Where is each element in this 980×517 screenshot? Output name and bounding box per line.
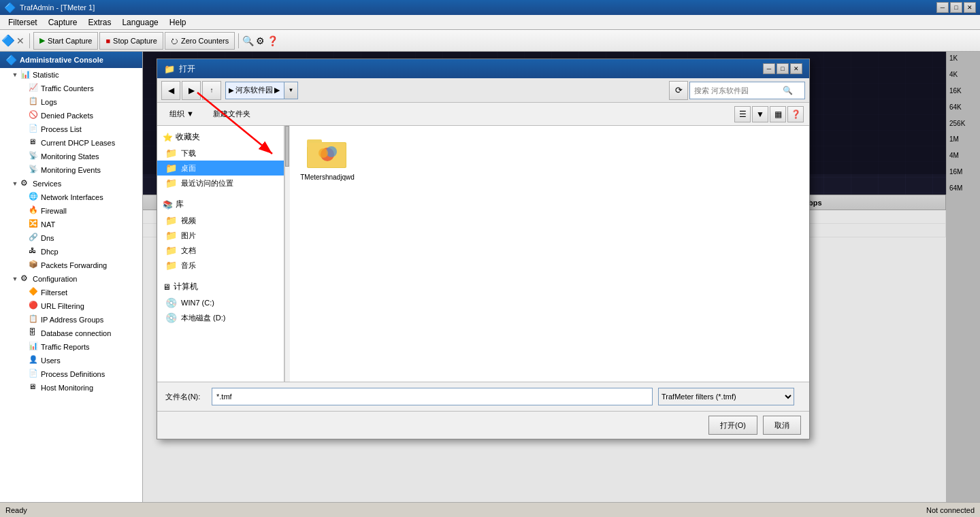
dialog-minimize-btn[interactable]: ─	[763, 63, 775, 74]
view-list-btn[interactable]: ☰	[734, 106, 751, 122]
sidebar-item-database-connection[interactable]: 🗄 Database connection	[0, 327, 142, 340]
scrollbar-thumb[interactable]	[285, 126, 289, 167]
menu-filterset[interactable]: Filterset	[3, 16, 43, 29]
menu-capture[interactable]: Capture	[43, 16, 83, 29]
computer-header[interactable]: 🖥 计算机	[157, 278, 284, 295]
close-btn[interactable]: ✕	[964, 2, 976, 13]
zero-counters-btn[interactable]: ⭮ Zero Counters	[165, 32, 235, 50]
sidebar-item-music[interactable]: 📁 音乐	[157, 258, 284, 273]
menu-help[interactable]: Help	[164, 16, 192, 29]
sidebar-item-monitoring-states[interactable]: 📡 Monitoring States	[0, 150, 142, 163]
sidebar-item-traffic-reports[interactable]: 📊 Traffic Reports	[0, 340, 142, 354]
computer-icon: 🖥	[163, 282, 171, 292]
forward-btn[interactable]: ▶	[182, 81, 201, 100]
sidebar-item-url-filtering[interactable]: 🔴 URL Filtering	[0, 299, 142, 313]
sidebar-item-pictures[interactable]: 📁 图片	[157, 228, 284, 243]
organize-btn[interactable]: 组织 ▼	[163, 107, 201, 121]
ip-groups-icon: 📋	[29, 314, 39, 325]
sidebar-item-configuration[interactable]: ▼ ⚙ Configuration	[0, 272, 142, 286]
sidebar-item-nat[interactable]: 🔀 NAT	[0, 218, 142, 231]
favorites-label: 收藏夹	[176, 131, 200, 143]
help-icon[interactable]: ❓	[267, 35, 278, 46]
nat-icon: 🔀	[29, 219, 39, 230]
sep1	[29, 33, 30, 48]
menu-extras[interactable]: Extras	[82, 16, 116, 29]
dhcp-icon: 🖧	[29, 246, 39, 257]
start-capture-btn[interactable]: ▶ Start Capture	[33, 32, 98, 50]
sidebar-item-local-disk-d[interactable]: 💿 本地磁盘 (D:)	[157, 310, 284, 325]
sidebar-item-video[interactable]: 📁 视频	[157, 213, 284, 228]
sidebar-item-network-interfaces[interactable]: 🌐 Network Interfaces	[0, 190, 142, 204]
sidebar-item-dhcp-leases[interactable]: 🖥 Current DHCP Leases	[0, 136, 142, 150]
folder-icon: 📁	[165, 178, 177, 188]
sidebar-item-win7c[interactable]: 💿 WIN7 (C:)	[157, 295, 284, 310]
content-area: www.p359.cn 32K Sent 1K 4K 16K 64K 256K …	[143, 52, 980, 502]
sidebar-item-host-monitoring[interactable]: 🖥 Host Monitoring	[0, 381, 142, 395]
sidebar-item-firewall[interactable]: 🔥 Firewall	[0, 204, 142, 218]
stop-icon: ■	[105, 37, 110, 45]
left-panel-scrollbar[interactable]	[284, 126, 290, 382]
view-help-btn[interactable]: ❓	[787, 106, 804, 122]
toolbar: 🔷 ✕ ▶ Start Capture ■ Stop Capture ⭮ Zer…	[0, 30, 980, 52]
minimize-btn[interactable]: ─	[936, 2, 949, 13]
search-input[interactable]	[694, 86, 783, 95]
open-btn[interactable]: 打开(O)	[708, 416, 757, 435]
new-folder-btn[interactable]: 新建文件夹	[206, 107, 257, 121]
sidebar-header: 🔷 Administrative Console	[0, 52, 142, 68]
sidebar-item-denied-packets[interactable]: 🚫 Denied Packets	[0, 109, 142, 122]
sidebar-item-services[interactable]: ▼ ⚙ Services	[0, 177, 142, 190]
filename-input[interactable]	[212, 388, 653, 405]
view-icon[interactable]: 🔍	[242, 35, 253, 46]
sidebar-item-traffic-counters[interactable]: 📈 Traffic Counters	[0, 82, 142, 95]
view-dropdown-btn[interactable]: ▼	[752, 106, 768, 122]
configuration-icon: ⚙	[20, 273, 31, 284]
favorites-header[interactable]: ⭐ 收藏夹	[157, 129, 284, 146]
sidebar-item-users[interactable]: 👤 Users	[0, 354, 142, 367]
sidebar-item-desktop[interactable]: 📁 桌面	[157, 161, 284, 176]
sidebar-item-logs[interactable]: 📋 Logs	[0, 95, 142, 109]
sidebar-item-filterset[interactable]: 🔶 Filterset	[0, 286, 142, 299]
maximize-btn[interactable]: □	[950, 2, 962, 13]
cancel-btn[interactable]: 取消	[763, 416, 801, 435]
sidebar-item-process-definitions[interactable]: 📄 Process Definitions	[0, 367, 142, 381]
sidebar-item-dhcp[interactable]: 🖧 Dhcp	[0, 245, 142, 258]
back-btn[interactable]: ◀	[161, 81, 180, 100]
title-bar: 🔷 TrafAdmin - [TMeter 1] ─ □ ✕	[0, 0, 980, 15]
sidebar-item-packets-forwarding[interactable]: 📦 Packets Forwarding	[0, 258, 142, 272]
sidebar-item-monitoring-events[interactable]: 📡 Monitoring Events	[0, 163, 142, 177]
sidebar-item-statistic[interactable]: ▼ 📊 Statistic	[0, 68, 142, 82]
main-layout: 🔷 Administrative Console ▼ 📊 Statistic 📈…	[0, 52, 980, 502]
url-filtering-icon: 🔴	[29, 301, 39, 312]
sidebar-item-downloads[interactable]: 📁 下载	[157, 146, 284, 161]
file-item-tmetershn[interactable]: TMetershnadjqwd	[297, 133, 358, 184]
network-interfaces-icon: 🌐	[29, 192, 39, 203]
up-btn[interactable]: ↑	[202, 81, 221, 100]
filetype-select[interactable]: TrafMeter filters (*.tmf)	[658, 388, 794, 405]
settings-icon[interactable]: ⚙	[255, 35, 265, 46]
sidebar-item-recent[interactable]: 📁 最近访问的位置	[157, 176, 284, 190]
sidebar-item-process-list[interactable]: 📄 Process List	[0, 122, 142, 136]
firewall-icon: 🔥	[29, 205, 39, 216]
dialog-close-btn[interactable]: ✕	[790, 63, 802, 74]
sidebar-item-ip-address-groups[interactable]: 📋 IP Address Groups	[0, 313, 142, 327]
library-header[interactable]: 📚 库	[157, 196, 284, 213]
search-icon: 🔍	[783, 86, 793, 95]
process-definitions-icon: 📄	[29, 369, 39, 380]
folder-icon-svg	[307, 135, 348, 171]
address-path: 河东软件园	[235, 85, 273, 95]
menu-language[interactable]: Language	[116, 16, 163, 29]
dialog-right-panel: TMetershnadjqwd	[290, 126, 809, 382]
view-details-btn[interactable]: ▦	[770, 106, 786, 122]
sidebar-item-documents[interactable]: 📁 文档	[157, 243, 284, 258]
search-bar[interactable]: 🔍	[689, 82, 805, 99]
address-dropdown-btn[interactable]: ▼	[284, 82, 298, 99]
sep2	[238, 33, 239, 48]
sidebar-item-dns[interactable]: 🔗 Dns	[0, 231, 142, 245]
nav-refresh-btn[interactable]: ⟳	[669, 81, 688, 100]
stop-capture-btn[interactable]: ■ Stop Capture	[99, 32, 163, 50]
app-icon: 🔷	[3, 35, 14, 46]
drive-icon: 💿	[165, 312, 177, 323]
menu-bar: Filterset Capture Extras Language Help	[0, 15, 980, 30]
dialog-maximize-btn[interactable]: □	[777, 63, 789, 74]
filterset-icon: 🔶	[29, 287, 39, 298]
